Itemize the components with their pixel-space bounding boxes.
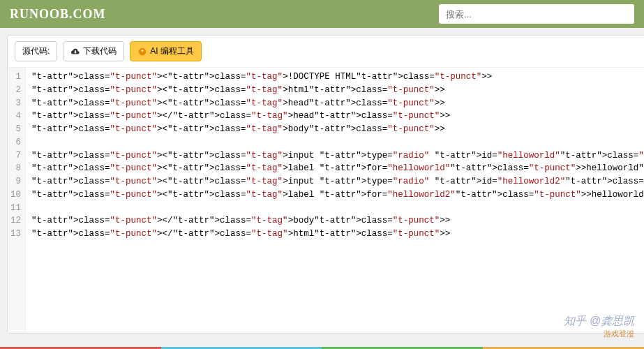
source-label: 源代码:	[22, 45, 50, 57]
ai-label: AI 编程工具	[150, 45, 194, 57]
site-logo[interactable]: RUNOOB.COM	[10, 7, 106, 22]
search-input[interactable]	[439, 4, 634, 24]
main-area: 源代码: 下载代码 AI 编程工具 点击运行 12345678910111213…	[0, 28, 644, 341]
ai-tool-button[interactable]: AI 编程工具	[130, 41, 202, 61]
source-label-button: 源代码:	[15, 41, 57, 61]
watermark: 知乎 @龚思凯 游戏登澄	[564, 314, 634, 339]
watermark-main: 知乎 @龚思凯	[564, 315, 634, 327]
source-toolbar: 源代码: 下载代码 AI 编程工具 点击运行	[8, 36, 644, 68]
download-button[interactable]: 下载代码	[63, 41, 124, 61]
ai-icon	[137, 47, 147, 56]
code-editor[interactable]: 12345678910111213 "t-attr">class="t-punc…	[8, 68, 644, 333]
cloud-download-icon	[70, 47, 80, 56]
line-gutter: 12345678910111213	[8, 68, 26, 333]
search-container	[439, 4, 634, 24]
code-content[interactable]: "t-attr">class="t-punct"><"t-attr">class…	[26, 68, 644, 333]
source-panel: 源代码: 下载代码 AI 编程工具 点击运行 12345678910111213…	[7, 35, 644, 334]
header: RUNOOB.COM	[0, 0, 644, 28]
download-label: 下载代码	[83, 45, 117, 57]
watermark-sub: 游戏登澄	[564, 329, 634, 339]
